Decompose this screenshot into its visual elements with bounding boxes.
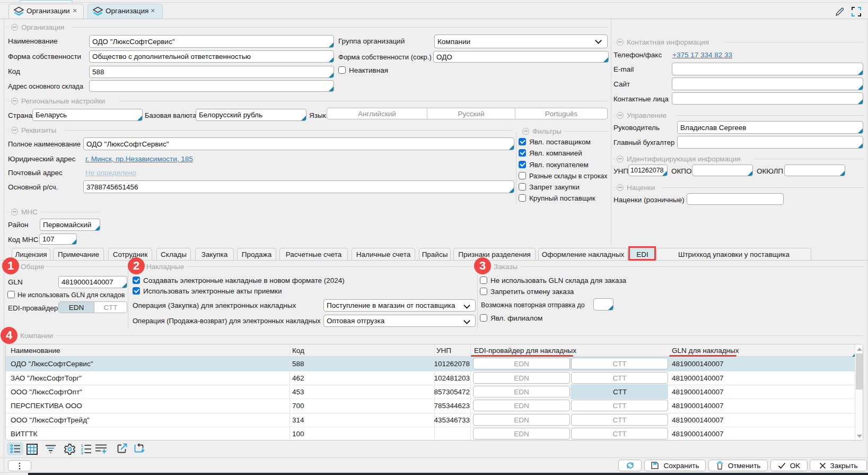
svg-text:3: 3 — [81, 451, 83, 454]
